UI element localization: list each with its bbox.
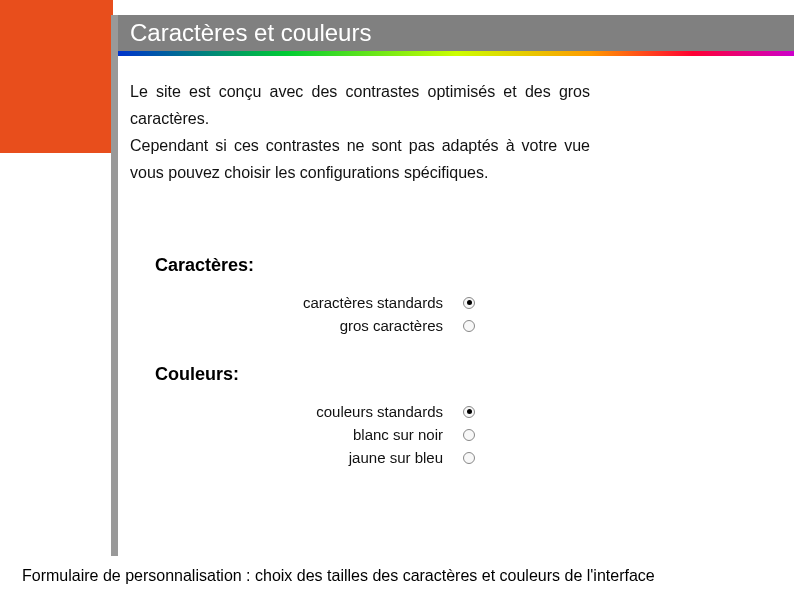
description-para2: Cependant si ces contrastes ne sont pas …: [130, 137, 590, 181]
orange-accent-block: [0, 0, 113, 153]
vertical-divider: [111, 15, 118, 556]
option-label: jaune sur bleu: [349, 449, 443, 466]
radio-characters-large[interactable]: [463, 320, 475, 332]
option-colors-yellow-on-blue: jaune sur bleu: [155, 449, 475, 466]
option-label: gros caractères: [340, 317, 443, 334]
option-label: caractères standards: [303, 294, 443, 311]
rainbow-divider: [118, 51, 794, 56]
characters-heading: Caractères:: [155, 255, 485, 276]
customization-form: Caractères: caractères standards gros ca…: [155, 255, 485, 472]
option-label: couleurs standards: [316, 403, 443, 420]
radio-characters-standard[interactable]: [463, 297, 475, 309]
option-label: blanc sur noir: [353, 426, 443, 443]
option-colors-standard: couleurs standards: [155, 403, 475, 420]
option-characters-large: gros caractères: [155, 317, 475, 334]
page-title: Caractères et couleurs: [118, 15, 794, 51]
figure-caption: Formulaire de personnalisation : choix d…: [22, 567, 655, 585]
option-characters-standard: caractères standards: [155, 294, 475, 311]
option-colors-white-on-black: blanc sur noir: [155, 426, 475, 443]
description-text: Le site est conçu avec des contrastes op…: [130, 78, 590, 186]
radio-colors-white-on-black[interactable]: [463, 429, 475, 441]
radio-colors-standard[interactable]: [463, 406, 475, 418]
colors-heading: Couleurs:: [155, 364, 485, 385]
radio-colors-yellow-on-blue[interactable]: [463, 452, 475, 464]
description-para1: Le site est conçu avec des contrastes op…: [130, 83, 590, 127]
